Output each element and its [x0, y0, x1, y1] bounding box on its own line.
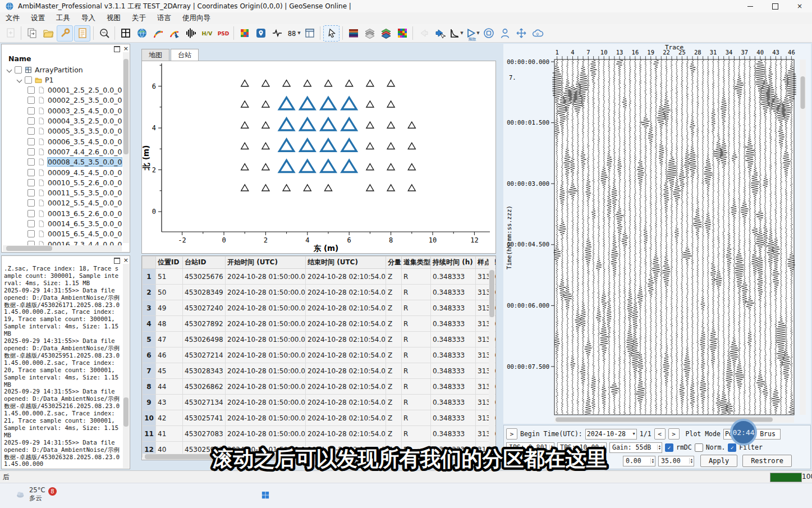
tree-item-00012[interactable]: 00012_5.5_4.5_0.0_0 [27, 198, 122, 208]
tree-checkbox[interactable] [27, 199, 35, 207]
tree-checkbox[interactable] [27, 169, 35, 176]
tree-checkbox[interactable] [15, 66, 22, 74]
table-row[interactable]: 11414530270832024-10-28 01:50:00.0002024… [143, 426, 497, 442]
panel-close-icon[interactable]: × [123, 258, 129, 263]
tree-item-00002[interactable]: 00002_2.5_3.5_0.0_0 [27, 95, 122, 106]
menu-item-6[interactable]: 关于 [126, 12, 152, 24]
tree-checkbox[interactable] [25, 76, 32, 84]
menu-item-7[interactable]: 语言 [152, 12, 177, 24]
rainbow-arrow-icon[interactable] [167, 26, 182, 41]
tree-item-00004[interactable]: 00004_3.5_2.5_0.0_0 [27, 116, 122, 126]
menu-item-3[interactable]: 工具 [51, 12, 76, 24]
move-icon[interactable] [513, 26, 529, 41]
panel-float-icon[interactable] [114, 46, 120, 52]
panel-close-icon[interactable]: × [123, 46, 129, 52]
tab-map[interactable]: 地图 [141, 49, 169, 61]
waveform-bars-icon[interactable] [183, 26, 198, 41]
table-row[interactable]: 3494530272402024-10-28 01:50:00.0002024-… [143, 300, 497, 316]
forward-arrow-icon[interactable] [432, 26, 447, 41]
column-header-5[interactable]: 分量 [386, 257, 402, 269]
tree-item-00011[interactable]: 00011_5.5_3.5_0.0_0 [27, 188, 122, 198]
table-row[interactable]: 2504530283492024-10-28 01:50:00.0002024-… [143, 285, 497, 300]
strata-gray-icon[interactable] [362, 26, 377, 41]
mosaic-icon[interactable] [237, 26, 252, 41]
tree-item-p1[interactable]: P1 [17, 75, 122, 85]
stop-icon[interactable] [481, 26, 496, 41]
next-page-button[interactable]: > [668, 428, 680, 440]
column-header-7[interactable]: 持续时间 (h) [431, 257, 476, 269]
norm-checkbox[interactable] [695, 443, 703, 452]
maximize-button[interactable] [763, 0, 787, 12]
tree-item-00006[interactable]: 00006_3.5_4.5_0.0_0 [27, 136, 122, 147]
search-wave-icon[interactable] [97, 26, 112, 41]
new-page-icon[interactable] [3, 26, 18, 41]
tree-checkbox[interactable] [27, 148, 35, 155]
tree-checkbox[interactable] [27, 158, 35, 166]
menu-item-4[interactable]: 导入 [76, 12, 101, 24]
export-page-icon[interactable] [24, 26, 39, 41]
column-header-1[interactable]: 位置ID [156, 257, 183, 269]
table-horizontal-scrollbar[interactable] [143, 454, 489, 460]
rmdc-checkbox[interactable]: ✓ [665, 443, 673, 452]
menu-item-2[interactable]: 设置 [25, 12, 51, 24]
table-row[interactable]: 9434530271342024-10-28 01:50:00.0002024-… [143, 395, 497, 410]
begin-time-combobox[interactable]: 2024-10-28▼ [585, 429, 637, 440]
tree-checkbox[interactable] [27, 97, 35, 104]
tree-checkbox[interactable] [27, 230, 35, 237]
apply-button[interactable]: Apply [700, 455, 737, 467]
menu-item-8[interactable]: 使用向导 [177, 12, 216, 24]
cursor-select-icon[interactable] [323, 25, 340, 42]
globe-icon[interactable] [134, 26, 149, 41]
column-header-2[interactable]: 台站ID [183, 257, 226, 269]
tree-vertical-scrollbar[interactable] [123, 52, 129, 243]
previous-page-button[interactable]: < [654, 428, 666, 440]
tree-item-00008[interactable]: 00008_4.5_3.5_0.0_0 [27, 157, 122, 167]
cloud-sync-icon[interactable] [530, 26, 545, 41]
mosaic2-icon[interactable] [394, 26, 410, 41]
table-row[interactable]: 8444530268622024-10-28 01:50:00.0002024-… [143, 379, 497, 395]
tree-checkbox[interactable] [27, 179, 35, 186]
table-vertical-scrollbar[interactable] [489, 257, 495, 459]
table-row[interactable]: 7454530283432024-10-28 01:50:00.0002024-… [143, 363, 497, 379]
hv-icon[interactable]: H/V [199, 26, 214, 41]
trace-wiggle-plot[interactable]: Trace1471013161922252831343740434600:00:… [503, 44, 811, 424]
tree-checkbox[interactable] [27, 86, 35, 94]
close-button[interactable]: × [787, 0, 812, 12]
tree-item-00015[interactable]: 00015_6.5_4.5_0.0_0 [27, 229, 122, 239]
filter-checkbox[interactable]: ✓ [728, 443, 736, 452]
back-arrow-icon[interactable] [416, 26, 431, 41]
restore-button[interactable]: Restrore [742, 455, 792, 467]
tree-item-00003[interactable]: 00003_2.5_4.5_0.0_0 [27, 106, 122, 116]
dispersion-icon[interactable]: ▼频散 [465, 26, 480, 41]
table-row[interactable]: 1514530256762024-10-28 01:50:00.0002024-… [143, 269, 497, 285]
wiggle-icon[interactable] [269, 26, 285, 41]
taskbar-weather-widget[interactable]: 8 25°C 多云 [16, 486, 45, 502]
table-panel-icon[interactable] [302, 26, 317, 41]
tree-item-00013[interactable]: 00013_6.5_2.6_0.0_0 [27, 208, 122, 218]
tree-checkbox[interactable] [27, 138, 35, 145]
map-pin-icon[interactable] [253, 26, 268, 41]
person-icon[interactable] [497, 26, 512, 41]
table-row[interactable]: 6464530272142024-10-28 01:50:00.0002024-… [143, 347, 497, 363]
panel-float-icon[interactable] [114, 258, 120, 264]
station-map-plot[interactable]: -20246810120246东 (m)北 (m) [142, 61, 496, 253]
tree-item-00009[interactable]: 00009_4.5_4.5_0.0_0 [27, 167, 122, 177]
table-row[interactable]: 4484530278922024-10-28 01:50:00.0002024-… [143, 316, 497, 332]
curve-icon[interactable]: ▼ [448, 26, 464, 41]
play-forward-button[interactable]: > [506, 428, 517, 440]
start-button[interactable] [257, 487, 274, 504]
column-header-3[interactable]: 开始时间 (UTC) [226, 257, 306, 269]
tree-item-arraypartition[interactable]: ArrayPartition [7, 65, 122, 75]
log-doc-icon[interactable] [74, 25, 90, 42]
gain-field[interactable]: Gain: 55dB▲▼ [609, 442, 662, 453]
column-header-4[interactable]: 结束时间 (UTC) [306, 257, 386, 269]
filter-low-field[interactable]: 0.00▲▼ [623, 456, 655, 466]
array-icon[interactable]: 88▼ [286, 26, 301, 41]
column-header-6[interactable]: 道集类型 [402, 257, 431, 269]
tree-item-00014[interactable]: 00014_6.5_3.5_0.0_0 [27, 219, 122, 229]
minimize-button[interactable] [738, 0, 763, 12]
tps-field[interactable]: TPS: 10.00▲▼ [557, 442, 607, 453]
expander-chevron-icon[interactable] [7, 67, 12, 72]
table-row[interactable]: 10424530257412024-10-28 01:50:00.0002024… [143, 410, 497, 426]
expander-chevron-icon[interactable] [17, 77, 22, 83]
